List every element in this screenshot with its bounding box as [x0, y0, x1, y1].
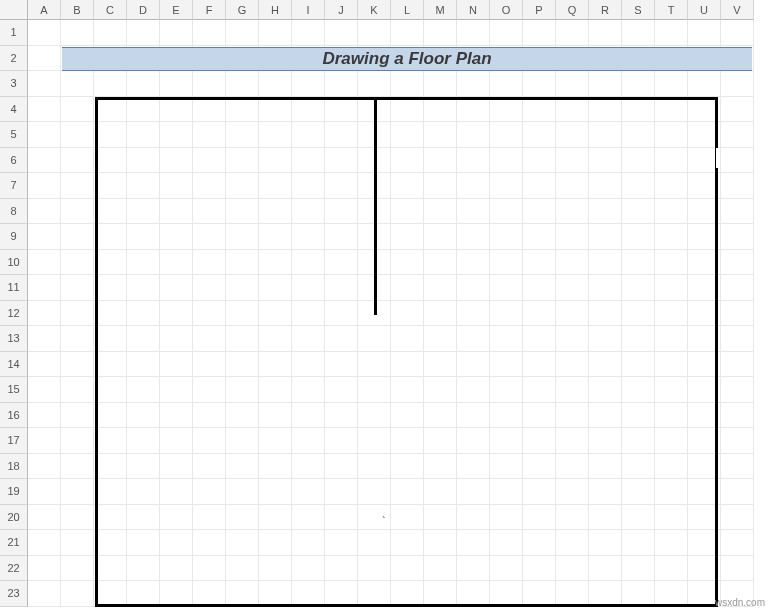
- cell[interactable]: [160, 71, 193, 97]
- cell[interactable]: [490, 581, 523, 607]
- cell[interactable]: [622, 275, 655, 301]
- cell[interactable]: [622, 505, 655, 531]
- cell[interactable]: [325, 454, 358, 480]
- cell[interactable]: [589, 326, 622, 352]
- cell[interactable]: [292, 581, 325, 607]
- cell[interactable]: [61, 377, 94, 403]
- cell[interactable]: [721, 275, 754, 301]
- cell[interactable]: [127, 301, 160, 327]
- cell[interactable]: [94, 250, 127, 276]
- cell[interactable]: [391, 301, 424, 327]
- cell[interactable]: [655, 326, 688, 352]
- cell[interactable]: [94, 505, 127, 531]
- cell[interactable]: [622, 224, 655, 250]
- cell[interactable]: [721, 148, 754, 174]
- cell[interactable]: [622, 530, 655, 556]
- cell[interactable]: [391, 428, 424, 454]
- cell[interactable]: [589, 224, 622, 250]
- cell[interactable]: [127, 530, 160, 556]
- cell[interactable]: [358, 148, 391, 174]
- cell[interactable]: [325, 428, 358, 454]
- col-header-D[interactable]: D: [127, 0, 160, 20]
- cell[interactable]: [457, 454, 490, 480]
- cell[interactable]: [622, 377, 655, 403]
- cell[interactable]: [358, 122, 391, 148]
- cell[interactable]: [523, 403, 556, 429]
- cell[interactable]: [259, 250, 292, 276]
- cell[interactable]: [226, 148, 259, 174]
- cell[interactable]: [358, 326, 391, 352]
- cell[interactable]: [655, 173, 688, 199]
- cell[interactable]: [358, 71, 391, 97]
- cell[interactable]: [457, 479, 490, 505]
- cell[interactable]: [358, 275, 391, 301]
- row-header-10[interactable]: 10: [0, 250, 28, 276]
- cell[interactable]: [589, 479, 622, 505]
- cell[interactable]: [622, 581, 655, 607]
- cell[interactable]: [589, 199, 622, 225]
- row-header-1[interactable]: 1: [0, 20, 28, 46]
- cell[interactable]: [391, 326, 424, 352]
- cell[interactable]: [160, 224, 193, 250]
- cell[interactable]: [523, 352, 556, 378]
- cell[interactable]: [226, 250, 259, 276]
- cell[interactable]: [523, 581, 556, 607]
- cell[interactable]: [688, 97, 721, 123]
- cell[interactable]: [160, 173, 193, 199]
- cell[interactable]: [424, 199, 457, 225]
- cell[interactable]: [655, 581, 688, 607]
- cell[interactable]: [226, 505, 259, 531]
- cell[interactable]: [457, 581, 490, 607]
- cell[interactable]: [622, 428, 655, 454]
- cell[interactable]: [688, 275, 721, 301]
- cell[interactable]: [490, 20, 523, 46]
- col-header-C[interactable]: C: [94, 0, 127, 20]
- cell[interactable]: [523, 173, 556, 199]
- cell[interactable]: [127, 173, 160, 199]
- cell[interactable]: [589, 71, 622, 97]
- cell[interactable]: [259, 556, 292, 582]
- cell[interactable]: [325, 505, 358, 531]
- cell[interactable]: [523, 275, 556, 301]
- cell[interactable]: [127, 122, 160, 148]
- cell[interactable]: [523, 556, 556, 582]
- row-header-20[interactable]: 20: [0, 505, 28, 531]
- col-header-T[interactable]: T: [655, 0, 688, 20]
- cell[interactable]: [556, 71, 589, 97]
- cell[interactable]: [127, 275, 160, 301]
- cell[interactable]: [193, 275, 226, 301]
- row-header-5[interactable]: 5: [0, 122, 28, 148]
- cell[interactable]: [259, 581, 292, 607]
- cell[interactable]: [358, 428, 391, 454]
- cell[interactable]: [325, 224, 358, 250]
- cell[interactable]: [424, 122, 457, 148]
- cell[interactable]: [490, 377, 523, 403]
- cell[interactable]: [424, 97, 457, 123]
- cell[interactable]: [94, 224, 127, 250]
- cell[interactable]: [490, 250, 523, 276]
- row-header-15[interactable]: 15: [0, 377, 28, 403]
- cell[interactable]: [193, 97, 226, 123]
- cell[interactable]: [160, 428, 193, 454]
- cell[interactable]: [424, 581, 457, 607]
- cell[interactable]: [28, 97, 61, 123]
- cell[interactable]: [226, 122, 259, 148]
- cell[interactable]: [94, 173, 127, 199]
- cell[interactable]: [523, 97, 556, 123]
- cell[interactable]: [160, 199, 193, 225]
- cell[interactable]: [28, 505, 61, 531]
- cell[interactable]: [556, 454, 589, 480]
- cell[interactable]: [259, 71, 292, 97]
- cell[interactable]: [391, 403, 424, 429]
- cell[interactable]: [688, 71, 721, 97]
- cell[interactable]: [292, 352, 325, 378]
- cell[interactable]: [721, 250, 754, 276]
- cell[interactable]: [259, 403, 292, 429]
- cell[interactable]: [688, 20, 721, 46]
- cell[interactable]: [193, 377, 226, 403]
- cell[interactable]: [721, 479, 754, 505]
- cell[interactable]: [358, 20, 391, 46]
- cell[interactable]: [226, 403, 259, 429]
- cell[interactable]: [259, 20, 292, 46]
- cell[interactable]: [424, 20, 457, 46]
